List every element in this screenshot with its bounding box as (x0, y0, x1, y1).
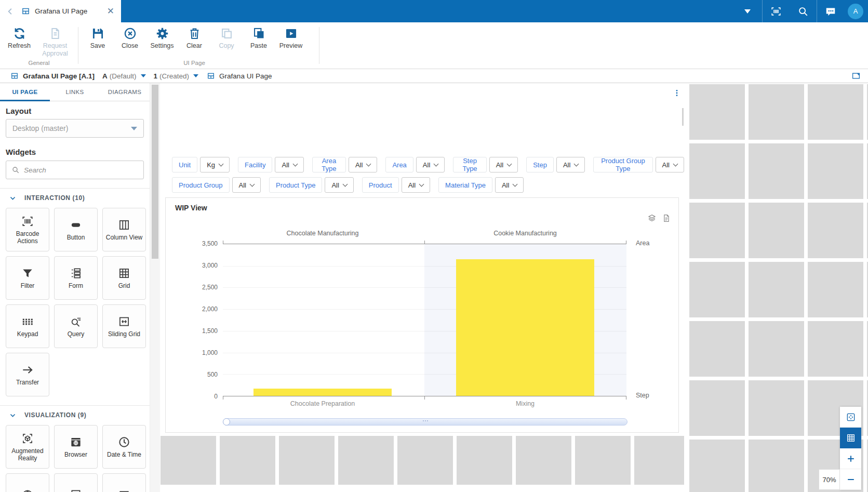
image-icon (117, 488, 131, 492)
placeholder-tile (749, 203, 804, 258)
chart-range-slider[interactable] (223, 418, 627, 425)
sidebar-scrollbar[interactable] (150, 83, 160, 492)
widget-tile-button[interactable]: Button (54, 208, 98, 251)
search-icon[interactable] (797, 6, 809, 17)
refresh-button[interactable]: Refresh (3, 25, 35, 58)
filter-label-chip[interactable]: Step (526, 157, 554, 172)
widget-tile-sliding-grid[interactable]: Sliding Grid (102, 304, 146, 348)
close-button[interactable]: Close (114, 25, 146, 50)
interaction-section-header[interactable]: INTERACTION (10) (9, 194, 144, 202)
filter-value-chip[interactable]: All (275, 157, 303, 172)
kebab-menu-icon[interactable] (673, 88, 681, 98)
widget-tile-column-view[interactable]: Column View (102, 208, 146, 251)
save-button[interactable]: Save (82, 25, 114, 50)
section-label: INTERACTION (10) (24, 194, 85, 202)
expand-panel-icon[interactable] (851, 71, 861, 81)
fit-to-screen-button[interactable] (840, 407, 861, 428)
scrollbar-thumb[interactable] (152, 85, 158, 259)
widget-tile-query[interactable]: Query (54, 304, 98, 348)
barcode-scanner-icon[interactable] (770, 6, 782, 17)
revision-dropdown-caret[interactable] (193, 74, 198, 77)
filter-value-chip[interactable]: All (232, 177, 261, 193)
widget-tile-augmented-reality[interactable]: Augmented Reality (6, 425, 49, 469)
filter-label-chip[interactable]: Facility (238, 157, 272, 172)
close-circle-icon (123, 26, 137, 41)
filter-value-chip[interactable]: All (416, 157, 445, 172)
widget-tile-transfer[interactable]: Transfer (6, 353, 49, 396)
filter-label-chip[interactable]: Step Type (453, 157, 486, 172)
canvas-scrollbar-thumb[interactable] (682, 108, 684, 126)
filter-value-chip[interactable]: All (349, 157, 377, 172)
widget-tile-label: Date & Time (107, 451, 141, 459)
widget-tile-partial[interactable] (54, 473, 98, 492)
widget-search-input[interactable] (24, 166, 138, 174)
tab-diagrams[interactable]: DIAGRAMS (100, 83, 150, 101)
chevron-down-icon[interactable] (744, 9, 751, 14)
placeholder-tile (689, 143, 745, 199)
slider-grip[interactable] (423, 420, 428, 421)
filter-label-chip[interactable]: Product Group Type (593, 157, 652, 172)
ui-page-icon (21, 7, 30, 16)
paste-button[interactable]: Paste (243, 25, 275, 50)
section-label: VISUALIZATION (9) (24, 411, 86, 419)
widget-tile-filter[interactable]: Filter (6, 256, 49, 300)
tab-links[interactable]: LINKS (50, 83, 100, 101)
widget-tile-label: Barcode Actions (7, 231, 48, 245)
filter-value-chip[interactable]: All (556, 157, 585, 172)
filter-label-chip[interactable]: Product (362, 177, 399, 193)
zoom-in-button[interactable] (840, 448, 861, 469)
filter-label-chip[interactable]: Material Type (438, 177, 492, 193)
filter-label-chip[interactable]: Area Type (312, 157, 346, 172)
tab-close-icon[interactable]: ✕ (107, 7, 114, 16)
version-dropdown-caret[interactable] (141, 74, 146, 77)
document-icon[interactable] (662, 214, 671, 223)
widget-tile-date-time[interactable]: Date & Time (102, 425, 146, 469)
tab-ui-page[interactable]: UI PAGE (0, 83, 50, 101)
filter-label-chip[interactable]: Area (385, 157, 413, 172)
widget-tile-keypad[interactable]: Keypad (6, 304, 49, 348)
filter-value-chip[interactable]: All (325, 177, 353, 193)
settings-button[interactable]: Settings (146, 25, 178, 50)
preview-button[interactable]: Preview (275, 25, 307, 50)
request-approval-icon (48, 26, 62, 41)
chart-title: WIP View (175, 204, 207, 212)
request-approval-button: Request Approval (35, 25, 75, 58)
placeholder-tile (689, 262, 745, 317)
avatar[interactable]: A (848, 4, 863, 19)
back-chevron-icon[interactable] (6, 7, 15, 16)
filter-value-chip[interactable]: All (402, 177, 430, 193)
filter-value-chip[interactable]: All (495, 177, 524, 193)
chart-bar (456, 259, 594, 396)
app-tab[interactable]: Grafana UI Page ✕ (21, 7, 121, 16)
layout-select[interactable]: Desktop (master) (6, 119, 144, 138)
filter-value-chip[interactable]: All (489, 157, 518, 172)
clear-button[interactable]: Clear (178, 25, 210, 50)
filter-value-chip[interactable]: Kg (200, 157, 230, 172)
chevron-down-icon (250, 181, 255, 187)
widget-tile-partial[interactable] (6, 473, 49, 492)
widget-tile-grid[interactable]: Grid (102, 256, 146, 300)
filter-chip-pair: Product Type All (269, 177, 354, 193)
ribbon-group-ui-page: Save Close Settings Clear Copy Paste (78, 22, 310, 69)
filter-label-chip[interactable]: Unit (172, 157, 197, 172)
chat-icon[interactable] (825, 6, 836, 17)
toggle-grid-button[interactable] (840, 428, 861, 448)
widget-tile-partial[interactable] (102, 473, 146, 492)
filter-chip-pair: Material Type All (438, 177, 524, 193)
slider-handle[interactable] (223, 418, 230, 425)
transfer-arrow-icon (21, 363, 34, 377)
filter-value-chip[interactable]: All (656, 157, 684, 172)
layers-icon[interactable] (647, 214, 657, 223)
filter-label-chip[interactable]: Product Group (172, 177, 230, 193)
breadcrumb-version-state: (Default) (110, 72, 137, 80)
placeholder-tile (220, 436, 275, 485)
zoom-out-button[interactable] (840, 469, 861, 490)
widget-tile-form[interactable]: Form (54, 256, 98, 300)
widget-tile-barcode-actions[interactable]: Barcode Actions (6, 208, 49, 251)
filter-label-chip[interactable]: Product Type (269, 177, 322, 193)
ribbon-button-label: Clear (186, 42, 202, 50)
widget-tile-browser[interactable]: Browser (54, 425, 98, 469)
visualization-section-header[interactable]: VISUALIZATION (9) (9, 411, 144, 419)
placeholder-tile (749, 321, 804, 377)
design-canvas[interactable]: Unit Kg Facility All (160, 83, 684, 434)
